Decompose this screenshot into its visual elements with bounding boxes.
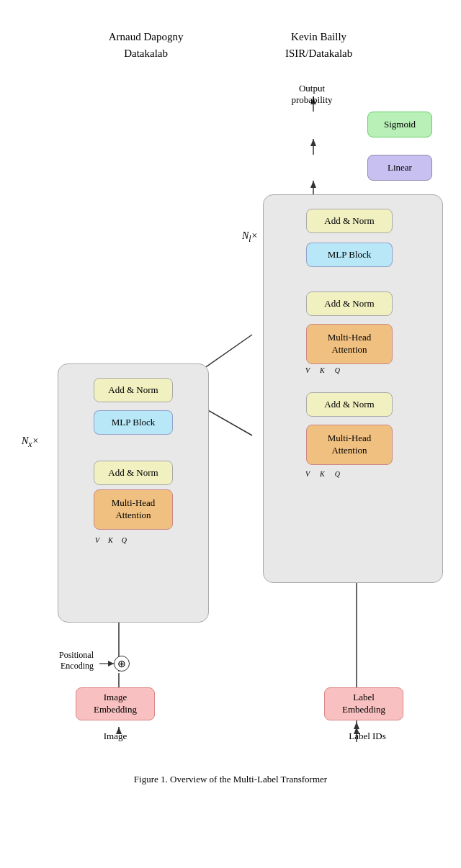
pos-enc-plus-symbol: ⊕ [114, 656, 130, 672]
author-1-affil: Datakalab [109, 45, 184, 62]
mha-left: Multi-HeadAttention [94, 489, 173, 530]
svg-marker-51 [354, 727, 359, 734]
add-norm-left-1: Add & Norm [94, 378, 173, 402]
add-norm-left-2: Add & Norm [94, 461, 173, 485]
sigmoid-box: Sigmoid [367, 112, 432, 137]
author-1: Arnaud Dapogny Datakalab [109, 29, 184, 61]
figure-caption: Figure 1. Overview of the Multi-Label Tr… [14, 774, 447, 785]
authors-section: Arnaud Dapogny Datakalab Kevin Bailly IS… [14, 14, 447, 83]
vkq-right-1: V K Q [305, 366, 340, 374]
add-norm-right-1: Add & Norm [306, 209, 393, 233]
mlp-block-left: MLP Block [94, 410, 173, 435]
author-2: Kevin Bailly ISIR/Datakalab [285, 29, 352, 61]
author-2-name: Kevin Bailly [285, 29, 352, 45]
author-2-affil: ISIR/Datakalab [285, 45, 352, 62]
svg-marker-37 [310, 181, 316, 188]
image-embedding-box: ImageEmbedding [76, 687, 155, 720]
nx-label: Nx× [22, 435, 39, 449]
bottom-arrows [14, 727, 447, 767]
label-embedding-box: LabelEmbedding [324, 687, 403, 720]
mha-right-2: Multi-HeadAttention [306, 425, 393, 465]
positional-encoding-label: PositionalEncoding [22, 650, 94, 672]
svg-marker-49 [116, 727, 122, 734]
vkq-right-2: V K Q [305, 470, 340, 478]
architecture-diagram: Outputprobability Sigmoid Linear Nl× Add… [14, 83, 447, 767]
linear-box: Linear [367, 155, 432, 181]
svg-marker-9 [108, 661, 114, 666]
output-prob-label: Outputprobability [265, 83, 359, 106]
vkq-left: V K Q [95, 536, 127, 544]
add-norm-right-3: Add & Norm [306, 392, 393, 417]
author-1-name: Arnaud Dapogny [109, 29, 184, 45]
nl-label: Nl× [242, 230, 258, 244]
mha-right-1: Multi-HeadAttention [306, 324, 393, 364]
mlp-block-right: MLP Block [306, 243, 393, 267]
svg-marker-39 [310, 139, 316, 146]
add-norm-right-2: Add & Norm [306, 291, 393, 316]
